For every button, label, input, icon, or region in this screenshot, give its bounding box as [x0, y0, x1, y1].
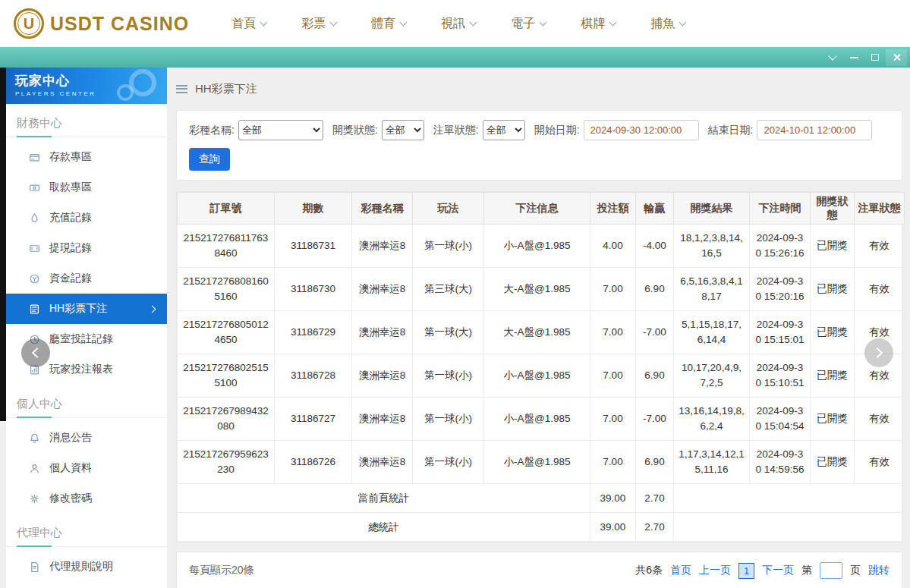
carousel-next-button[interactable]	[864, 338, 893, 367]
chevron-down-icon	[260, 18, 268, 26]
table-row: 215217276802515510031186728澳洲幸运8第一球(小)小-…	[178, 354, 905, 398]
maximize-button[interactable]	[864, 49, 886, 66]
sidebar-item[interactable]: 個人資料	[6, 453, 167, 483]
sidebar-item[interactable]: 代理規則說明	[6, 552, 167, 582]
sidebar-item-label: HH彩票下注	[49, 302, 107, 316]
nav-item-4[interactable]: 視訊	[441, 16, 476, 32]
cell-order-status: 有效	[855, 225, 905, 268]
cell-order-status: 有效	[855, 398, 905, 441]
nav-item-2[interactable]: 彩票	[301, 16, 336, 32]
minimize-icon	[850, 57, 858, 58]
pagination-bar: 每頁顯示20條 共6条 首页 上一页 1 下一页 第 页 跳转	[176, 552, 902, 588]
sidebar-item-label: 取款專區	[49, 181, 92, 194]
sidebar-item-label: 個人資料	[49, 461, 92, 475]
cell-bet-time: 2024-09-30 15:20:16	[750, 268, 811, 311]
cell-draw-status: 已開獎	[811, 311, 855, 354]
cell-play-type: 第一球(小)	[413, 398, 484, 441]
menu-icon[interactable]	[176, 85, 187, 93]
chevron-down-button[interactable]	[822, 49, 843, 66]
cell-bet-info: 小-A盤@1.985	[484, 354, 590, 398]
start-date-label: 開始日期:	[534, 124, 580, 137]
next-page-link[interactable]: 下一页	[762, 564, 794, 577]
sidebar-item[interactable]: 充值記錄	[6, 203, 167, 233]
nav-item-6[interactable]: 棋牌	[581, 16, 616, 32]
col-header-draw-status: 開獎狀態	[811, 193, 855, 225]
cell-draw-status: 已開獎	[811, 354, 855, 398]
current-page[interactable]: 1	[738, 563, 754, 579]
chevron-down-icon	[540, 18, 547, 26]
sidebar-item-label: 代理規則說明	[49, 560, 113, 574]
minimize-button[interactable]	[843, 49, 864, 66]
end-date-filter: 結束日期:	[708, 120, 873, 140]
cell-draw-result: 6,5,16,3,8,4,18,17	[674, 268, 750, 311]
cell-win-loss: 6.90	[636, 268, 674, 311]
cell-bet-info: 大-A盤@1.985	[484, 268, 590, 311]
cell-bet-info: 小-A盤@1.985	[484, 225, 590, 268]
cell-play-type: 第一球(小)	[413, 441, 484, 484]
close-button[interactable]	[886, 49, 907, 66]
nav-item-1[interactable]: 首頁	[231, 16, 266, 32]
end-date-input[interactable]	[757, 120, 872, 140]
recharge-icon	[29, 212, 40, 224]
prev-page-link[interactable]: 上一页	[699, 564, 731, 577]
chevron-right-icon	[149, 305, 156, 313]
order-status-label: 注單狀態:	[433, 124, 479, 137]
close-icon	[893, 53, 901, 61]
logo-text: USDT CASINO	[50, 13, 189, 35]
search-button[interactable]: 查詢	[189, 148, 230, 171]
total-count: 共6条	[635, 564, 663, 577]
bets-table: 訂單號期數彩種名稱玩法下注信息投注額輸贏開獎結果下注時間開獎狀態注單狀態 215…	[177, 192, 905, 542]
cell-order-no: 215217267989432080	[178, 398, 275, 441]
summary-row: 當前頁統計39.002.70	[178, 484, 905, 513]
cell-lottery-name: 澳洲幸运8	[352, 354, 413, 398]
sidebar-item[interactable]: 修改密碼	[6, 483, 167, 514]
lottery-name-select[interactable]: 全部	[238, 120, 323, 140]
table-row: 215217276808160516031186730澳洲幸运8第三球(大)大-…	[178, 268, 905, 311]
section-title: 個人中心	[6, 385, 167, 418]
sidebar-item-label: 消息公告	[49, 431, 92, 445]
nav-item-7[interactable]: 捕魚	[650, 16, 685, 32]
sidebar: 玩家中心 PLAYERS CENTER 財務中心存款專區取款專區充值記錄提現記錄…	[6, 68, 167, 588]
nav-item-label: 捕魚	[650, 16, 675, 32]
cell-bet-info: 小-A盤@1.985	[484, 441, 590, 484]
cell-bet-amount: 7.00	[590, 441, 636, 484]
sidebar-item-active[interactable]: HH彩票下注	[6, 294, 167, 324]
cell-draw-result: 18,1,2,3,8,14,16,5	[674, 225, 750, 268]
cell-lottery-name: 澳洲幸运8	[352, 398, 413, 441]
nav-item-label: 視訊	[441, 16, 465, 32]
cell-bet-time: 2024-09-30 14:59:56	[750, 441, 811, 484]
chevron-down-icon	[609, 18, 617, 26]
summary-win-loss: 2.70	[636, 484, 674, 513]
summary-label: 當前頁統計	[178, 484, 590, 513]
first-page-link[interactable]: 首页	[670, 564, 691, 577]
draw-status-select[interactable]: 全部	[382, 120, 424, 140]
carousel-prev-button[interactable]	[21, 338, 50, 367]
nav-item-5[interactable]: 電子	[511, 16, 546, 32]
sidebar-item[interactable]: 消息公告	[6, 423, 167, 453]
nav-item-3[interactable]: 體育	[371, 16, 406, 32]
sidebar-item[interactable]: 取款專區	[6, 172, 167, 203]
sidebar-item-label: 存款專區	[49, 150, 92, 164]
sidebar-item[interactable]: 存款專區	[6, 142, 167, 172]
withdraw-icon	[29, 182, 40, 193]
jump-button[interactable]: 跳转	[868, 564, 890, 577]
maximize-icon	[871, 54, 879, 61]
cell-order-status: 有效	[855, 441, 905, 484]
order-status-select[interactable]: 全部	[483, 120, 525, 140]
summary-row: 總統計39.002.70	[178, 513, 905, 542]
sidebar-item[interactable]: 資金記錄	[6, 263, 167, 294]
sidebar-item[interactable]: 提現記錄	[6, 233, 167, 263]
start-date-input[interactable]	[584, 120, 699, 140]
page-jump-input[interactable]	[820, 562, 842, 579]
cell-win-loss: -7.00	[636, 398, 674, 441]
cell-bet-amount: 4.00	[590, 225, 636, 268]
jump-prefix: 第	[801, 564, 812, 577]
col-header-play-type: 玩法	[413, 193, 484, 225]
cell-order-no: 2152172768081605160	[178, 268, 275, 311]
col-header-win-loss: 輸贏	[636, 193, 674, 225]
bets-table-card: 訂單號期數彩種名稱玩法下注信息投注額輸贏開獎結果下注時間開獎狀態注單狀態 215…	[176, 191, 902, 542]
cell-bet-amount: 7.00	[590, 398, 636, 441]
col-header-bet-amount: 投注額	[590, 193, 636, 225]
sidebar-item-label: 廳室投註記錄	[49, 332, 113, 346]
cell-draw-status: 已開獎	[811, 225, 855, 268]
